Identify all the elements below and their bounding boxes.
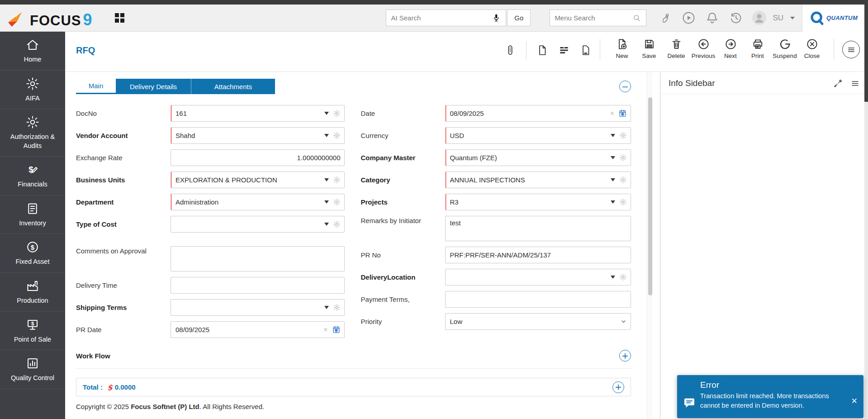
- sidebar-item-inventory[interactable]: Inventory: [0, 195, 65, 234]
- dropdown-caret-icon[interactable]: [324, 178, 329, 181]
- dropdown-caret-icon[interactable]: [611, 156, 615, 159]
- field-value: Quantum (FZE): [450, 154, 607, 162]
- docno-field[interactable]: 161: [171, 105, 345, 122]
- gear-icon[interactable]: [619, 198, 627, 206]
- tab-main[interactable]: Main: [76, 79, 116, 94]
- calendar-icon[interactable]: [332, 325, 341, 334]
- save-button[interactable]: Save: [636, 38, 663, 59]
- gear-icon[interactable]: [619, 176, 627, 184]
- sidebar-item-aifa[interactable]: AIFA: [0, 71, 65, 110]
- payment-terms-field[interactable]: [445, 291, 631, 308]
- date-field[interactable]: 08/09/2025×: [445, 105, 631, 122]
- currency-field[interactable]: USD: [445, 127, 631, 144]
- dropdown-caret-icon[interactable]: [324, 112, 329, 115]
- form-scrollbar-thumb[interactable]: [648, 97, 652, 295]
- clear-date-icon[interactable]: ×: [323, 326, 327, 334]
- dropdown-caret-icon[interactable]: [611, 178, 615, 181]
- form-toolbar: RFQ NewSaveDeletePreviousNextPrintSuspen…: [65, 32, 868, 72]
- projects-field[interactable]: R3: [445, 194, 631, 210]
- bell-icon[interactable]: [705, 11, 719, 25]
- deliverylocation-field[interactable]: [445, 269, 631, 286]
- dropdown-caret-icon[interactable]: [611, 134, 615, 137]
- sidebar-item-quality-control[interactable]: Quality Control: [0, 350, 65, 389]
- pr-no-field[interactable]: PRF:PRF/SER-ANN/ADM/25/137: [445, 247, 631, 263]
- dropdown-caret-icon[interactable]: [611, 276, 615, 279]
- type-of-cost-field[interactable]: [171, 216, 345, 233]
- sidebar-item-fixed-asset[interactable]: $Fixed Asset: [0, 234, 65, 273]
- gear-icon[interactable]: [619, 154, 627, 162]
- vendor-account-field[interactable]: Shahd: [171, 127, 345, 144]
- menu-search-input[interactable]: Menu Search: [550, 10, 646, 26]
- shipping-terms-field[interactable]: [171, 299, 345, 316]
- dropdown-caret-icon[interactable]: [611, 200, 615, 204]
- chevron-down-icon[interactable]: [620, 318, 627, 325]
- user-menu-chevron-icon[interactable]: [790, 17, 795, 19]
- exchange-rate-field[interactable]: 1.0000000000: [171, 149, 345, 166]
- apps-grid-icon[interactable]: [115, 13, 124, 23]
- gear-icon[interactable]: [333, 132, 341, 139]
- pr-date-field[interactable]: 08/09/2025×: [171, 321, 345, 338]
- toolbar-menu-button[interactable]: [842, 41, 860, 58]
- new-button[interactable]: New: [608, 38, 636, 59]
- dropdown-caret-icon[interactable]: [324, 200, 329, 204]
- company-master-field[interactable]: Quantum (FZE): [445, 149, 631, 166]
- focus9-logo[interactable]: FOCUS 9: [6, 9, 92, 28]
- gear-icon[interactable]: [333, 198, 341, 206]
- dropdown-caret-icon[interactable]: [324, 134, 329, 137]
- user-avatar[interactable]: [752, 11, 766, 25]
- tab-attachments[interactable]: Attachments: [191, 79, 275, 94]
- gear-icon[interactable]: [333, 304, 341, 311]
- department-field[interactable]: Administration: [171, 194, 345, 210]
- window-scrollbar-thumb[interactable]: [864, 0, 868, 102]
- gear-icon[interactable]: [333, 110, 341, 117]
- tab-delivery-details[interactable]: Delivery Details: [116, 79, 191, 94]
- previous-button[interactable]: Previous: [690, 38, 717, 59]
- form-row: CategoryANNUAL INSPECTIONS: [361, 171, 631, 188]
- suspend-button[interactable]: Suspend: [771, 38, 798, 59]
- field-label: Company Master: [361, 153, 445, 162]
- delivery-time-field[interactable]: [171, 277, 345, 294]
- ai-search-input[interactable]: AI Search: [386, 10, 506, 26]
- add-line-button[interactable]: +: [612, 381, 624, 393]
- gear-icon[interactable]: [619, 273, 627, 281]
- comments-on-approval-field[interactable]: [171, 246, 345, 271]
- sidebar-item-financials[interactable]: $Financials: [0, 157, 65, 195]
- deer-assistant-icon[interactable]: [658, 11, 672, 25]
- attachment-icon[interactable]: [504, 44, 516, 56]
- delete-button[interactable]: Delete: [663, 38, 690, 59]
- info-menu-icon[interactable]: [850, 79, 860, 88]
- next-button[interactable]: Next: [717, 38, 744, 59]
- sidebar-item-home[interactable]: Home: [0, 32, 65, 71]
- list-icon[interactable]: [558, 44, 570, 56]
- go-button[interactable]: Go: [507, 10, 531, 26]
- history-icon[interactable]: [729, 11, 743, 25]
- play-circle-icon[interactable]: [682, 11, 696, 25]
- calendar-icon[interactable]: [618, 109, 627, 118]
- printer-icon: [752, 38, 764, 50]
- dropdown-caret-icon[interactable]: [324, 223, 329, 226]
- search-icon[interactable]: [632, 14, 641, 23]
- sidebar-item-point-of-sale[interactable]: $Point of Sale: [0, 312, 65, 351]
- microphone-icon[interactable]: [491, 13, 501, 23]
- clear-date-icon[interactable]: ×: [610, 110, 614, 118]
- dropdown-caret-icon[interactable]: [324, 306, 329, 309]
- toast-close-icon[interactable]: ✕: [851, 397, 858, 405]
- document-icon[interactable]: [536, 44, 548, 56]
- gear-icon[interactable]: [333, 220, 341, 228]
- gear-icon[interactable]: [333, 176, 341, 184]
- document-report-icon[interactable]: [580, 44, 592, 56]
- category-field[interactable]: ANNUAL INSPECTIONS: [445, 171, 631, 188]
- gear-icon[interactable]: [619, 132, 627, 139]
- sidebar-item-production[interactable]: Production: [0, 273, 65, 312]
- sidebar-item-authorization-audits[interactable]: Authorization & Audits: [0, 109, 65, 157]
- print-button[interactable]: Print: [744, 38, 771, 59]
- collapse-section-button[interactable]: −: [619, 81, 631, 92]
- expand-workflow-button[interactable]: +: [619, 350, 631, 362]
- window-scrollbar[interactable]: [864, 0, 868, 419]
- priority-field[interactable]: Low: [445, 313, 631, 330]
- business-units-field[interactable]: EXPLORATION & PRODUCTION: [171, 171, 345, 188]
- close-button[interactable]: Close: [798, 38, 825, 59]
- tools-icon[interactable]: [833, 79, 843, 88]
- form-scrollbar[interactable]: [647, 72, 653, 419]
- remarks-by-initiator-field[interactable]: test: [445, 216, 631, 241]
